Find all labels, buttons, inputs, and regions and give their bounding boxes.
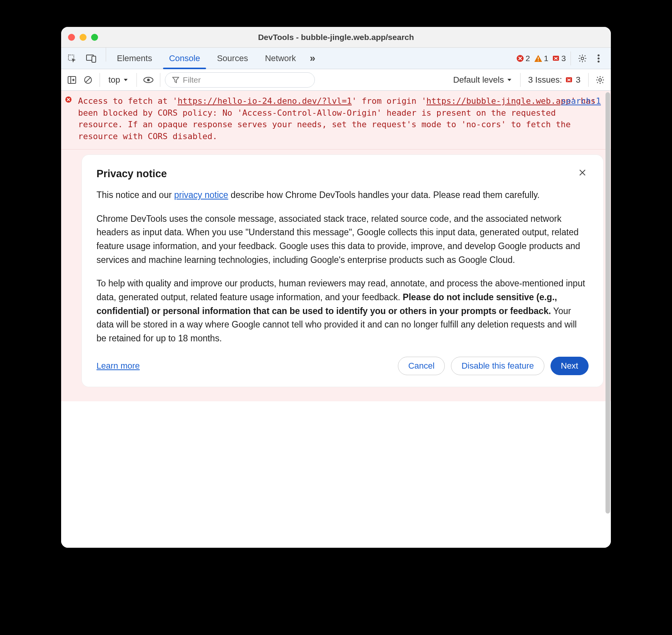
error-source-link[interactable]: search:1 [561, 95, 601, 107]
console-error-message[interactable]: search:1 Access to fetch at 'https://hel… [61, 91, 611, 150]
filter-input[interactable] [183, 75, 308, 85]
toggle-device-toolbar-icon[interactable] [84, 52, 98, 65]
more-tabs-button[interactable]: » [304, 48, 321, 69]
window-title: DevTools - bubble-jingle.web.app/search [61, 33, 611, 42]
svg-point-16 [147, 78, 150, 81]
learn-more-link[interactable]: Learn more [96, 361, 140, 371]
issue-icon [565, 76, 573, 84]
privacy-notice-link[interactable]: privacy notice [174, 190, 228, 200]
live-expression-icon[interactable] [141, 73, 155, 87]
tab-network[interactable]: Network [256, 48, 304, 69]
toggle-console-sidebar-icon[interactable] [65, 73, 79, 87]
issues-count: 3 [576, 75, 581, 85]
issues-chip[interactable]: 3 Issues: 3 [525, 73, 584, 86]
warning-count: 1 [534, 54, 549, 63]
funnel-icon [172, 76, 179, 83]
chevron-right-icon: » [310, 52, 315, 64]
execution-context-selector[interactable]: top [105, 73, 132, 86]
svg-point-10 [597, 60, 599, 62]
chevron-down-icon [507, 78, 512, 81]
separator [136, 73, 137, 87]
message-count: 3 [552, 54, 566, 63]
console-content: search:1 Access to fetch at 'https://hel… [61, 91, 611, 548]
error-count-value: 2 [526, 54, 530, 63]
chevron-down-icon [123, 78, 128, 81]
cancel-button[interactable]: Cancel [398, 357, 445, 375]
separator [588, 73, 589, 87]
svg-rect-4 [538, 57, 539, 60]
tab-label: Network [265, 53, 296, 63]
context-label: top [108, 75, 120, 85]
tab-label: Sources [217, 53, 248, 63]
error-url-1[interactable]: https://hello-io-24.deno.dev/?lvl=1 [178, 96, 352, 106]
privacy-notice-card: Privacy notice This notice and our priva… [82, 155, 603, 387]
separator [571, 52, 571, 65]
privacy-paragraph-1: This notice and our privacy notice descr… [96, 188, 589, 202]
scrollbar[interactable] [605, 92, 610, 535]
error-warning-counts[interactable]: 2 1 3 [516, 54, 566, 63]
separator [520, 73, 521, 87]
error-url-2[interactable]: https://bubble-jingle.web.app [426, 96, 571, 106]
close-icon[interactable] [576, 168, 589, 177]
separator [160, 73, 160, 87]
svg-point-7 [581, 57, 584, 60]
separator [100, 73, 100, 87]
tab-elements[interactable]: Elements [108, 48, 161, 69]
zoom-window-button[interactable] [91, 34, 98, 41]
window-controls [68, 34, 98, 41]
svg-line-14 [86, 78, 90, 82]
levels-label: Default levels [453, 75, 504, 85]
error-icon [65, 96, 72, 103]
privacy-paragraph-3: To help with quality and improve our pro… [96, 277, 589, 345]
close-window-button[interactable] [68, 34, 75, 41]
svg-point-9 [597, 57, 599, 59]
filter-input-container [165, 72, 315, 88]
tab-sources[interactable]: Sources [208, 48, 256, 69]
main-tabbar: Elements Console Sources Network » 2 1 3 [61, 48, 611, 69]
settings-icon[interactable] [576, 52, 589, 65]
clear-console-icon[interactable] [81, 73, 95, 87]
svg-point-8 [597, 54, 599, 56]
issues-label: 3 Issues: [528, 75, 562, 85]
minimize-window-button[interactable] [80, 34, 86, 41]
devtools-window: DevTools - bubble-jingle.web.app/search … [61, 27, 611, 548]
tab-console[interactable]: Console [161, 48, 209, 69]
titlebar: DevTools - bubble-jingle.web.app/search [61, 27, 611, 48]
log-levels-selector[interactable]: Default levels [449, 73, 516, 86]
console-filterbar: top Default levels 3 Issues: 3 [61, 69, 611, 91]
privacy-paragraph-2: Chrome DevTools uses the console message… [96, 212, 589, 267]
more-options-icon[interactable] [592, 52, 605, 65]
warning-count-value: 1 [544, 54, 549, 63]
separator [106, 48, 106, 62]
disable-feature-button[interactable]: Disable this feature [451, 357, 544, 375]
inspect-element-icon[interactable] [65, 52, 79, 65]
tab-label: Console [169, 53, 200, 63]
scrollbar-thumb[interactable] [605, 92, 610, 514]
error-count: 2 [516, 54, 530, 63]
privacy-title: Privacy notice [96, 168, 167, 180]
svg-rect-2 [92, 56, 96, 62]
console-settings-icon[interactable] [593, 73, 607, 87]
tab-label: Elements [117, 53, 152, 63]
svg-rect-5 [538, 60, 539, 61]
next-button[interactable]: Next [551, 357, 589, 375]
message-count-value: 3 [561, 54, 566, 63]
svg-point-18 [599, 78, 602, 81]
error-text: Access to fetch at 'https://hello-io-24.… [68, 95, 603, 142]
